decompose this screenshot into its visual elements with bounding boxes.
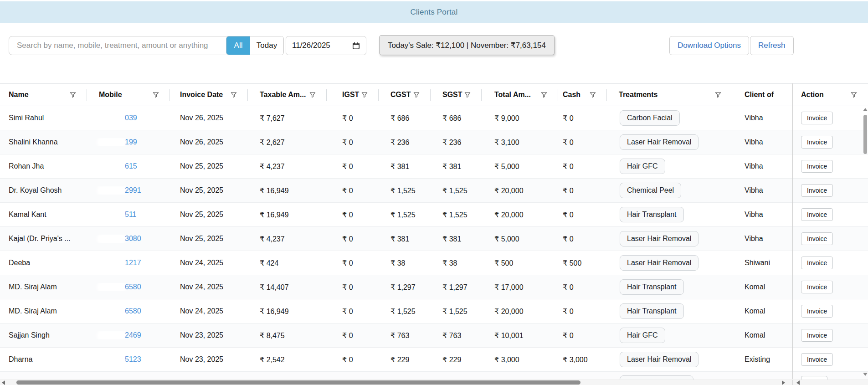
invoice-button[interactable]: Invoice <box>801 305 833 318</box>
cell-client-of: Komal <box>732 283 793 291</box>
cell-sgst: ₹ 763 <box>431 331 482 340</box>
cell-mobile: 199 <box>87 138 170 146</box>
cell-mobile: 5123 <box>87 355 170 364</box>
table-row: Kamal Kant511Nov 25, 2025₹ 16,949₹ 0₹ 1,… <box>0 203 868 227</box>
client-of: Vibha <box>745 162 763 170</box>
scroll-right-arrow-icon[interactable] <box>782 380 785 385</box>
cell-name: MD. Siraj Alam <box>0 307 87 315</box>
cell-igst: ₹ 0 <box>327 259 379 267</box>
date-value: 11/26/2025 <box>292 41 330 50</box>
date-picker[interactable]: 11/26/2025 <box>286 36 366 55</box>
filter-icon[interactable] <box>153 92 159 98</box>
cell-cash: ₹ 0 <box>558 210 607 219</box>
filter-icon[interactable] <box>851 92 857 98</box>
vertical-scrollbar-thumb[interactable] <box>863 115 867 154</box>
mobile-link[interactable]: 6580 <box>125 307 141 315</box>
taxable-amount: ₹ 7,627 <box>260 114 285 123</box>
invoice-button[interactable]: Invoice <box>801 257 833 269</box>
cell-sgst: ₹ 1,525 <box>431 307 482 316</box>
mobile-link[interactable]: 6580 <box>125 283 141 291</box>
cell-igst: ₹ 0 <box>327 162 379 171</box>
redacted-mobile-blur <box>99 115 124 122</box>
mobile-link[interactable]: 2991 <box>125 186 141 195</box>
sale-summary-text: Today's Sale: ₹12,100 | November: ₹7,63,… <box>388 41 546 50</box>
filter-icon[interactable] <box>464 92 471 98</box>
client-name: Rohan Jha <box>9 162 44 170</box>
scroll-down-arrow-icon[interactable] <box>863 373 868 376</box>
cell-action: Invoice <box>793 257 868 269</box>
cash-amount: ₹ 0 <box>563 186 574 195</box>
cell-total-amount: ₹ 20,000 <box>482 307 558 316</box>
cell-cash: ₹ 0 <box>558 331 607 340</box>
table-row: MD. Siraj Alam6580Nov 24, 2025₹ 16,949₹ … <box>0 299 868 323</box>
cell-mobile: 3080 <box>87 235 170 243</box>
mobile-link[interactable]: 3080 <box>125 235 141 243</box>
cell-sgst: ₹ 1,525 <box>431 186 482 195</box>
treatment-chip: Hair Transplant <box>620 207 684 222</box>
cell-invoice-date: Nov 24, 2025 <box>170 259 248 267</box>
invoice-button[interactable]: Invoice <box>801 136 833 149</box>
filter-icon[interactable] <box>715 92 721 98</box>
search-input[interactable] <box>9 36 252 55</box>
total-amount: ₹ 3,100 <box>494 138 519 147</box>
filter-all-button[interactable]: All <box>226 36 250 55</box>
filter-icon[interactable] <box>231 92 237 98</box>
scroll-left-arrow-icon[interactable] <box>2 380 5 385</box>
mobile-link[interactable]: 5123 <box>125 355 141 364</box>
column-header-sgst: SGST <box>431 84 482 106</box>
table-row: Deeba1217Nov 24, 2025₹ 424₹ 0₹ 38₹ 38₹ 5… <box>0 251 868 275</box>
filter-icon[interactable] <box>413 92 420 98</box>
invoice-button[interactable]: Invoice <box>801 112 833 124</box>
cash-amount: ₹ 0 <box>563 283 574 292</box>
cell-treatments: Hair Transplant <box>607 207 732 222</box>
taxable-amount: ₹ 16,949 <box>260 210 289 219</box>
mobile-link[interactable]: 199 <box>125 138 137 146</box>
cell-action: Invoice <box>793 281 868 293</box>
column-header-mobile: Mobile <box>87 84 170 106</box>
refresh-button[interactable]: Refresh <box>750 36 794 55</box>
mobile-link[interactable]: 2469 <box>125 331 141 339</box>
client-of: Komal <box>745 283 765 291</box>
invoice-button[interactable]: Invoice <box>801 208 833 221</box>
filter-icon[interactable] <box>361 92 368 98</box>
invoice-button[interactable]: Invoice <box>801 232 833 245</box>
invoice-button[interactable]: Invoice <box>801 160 833 173</box>
table-row: Rohan Jha615Nov 25, 2025₹ 4,237₹ 0₹ 381₹… <box>0 154 868 179</box>
frozen-pane-scroll-left-arrow-icon[interactable] <box>796 380 800 385</box>
cell-invoice-date: Nov 25, 2025 <box>170 162 248 170</box>
cgst-amount: ₹ 229 <box>390 355 409 364</box>
cell-treatments: Laser Hair Removal <box>607 352 732 367</box>
horizontal-scrollbar-thumb[interactable] <box>16 380 580 385</box>
cell-igst: ₹ 0 <box>327 331 379 340</box>
invoice-date: Nov 23, 2025 <box>180 355 223 364</box>
cell-client-of: Existing <box>732 355 793 364</box>
download-options-button[interactable]: Download Options <box>669 36 749 55</box>
clients-portal-app: Clients Portal All Today 11/26/2025 Toda… <box>0 0 868 385</box>
client-name: Dr. Koyal Ghosh <box>9 186 62 195</box>
cell-total-amount: ₹ 20,000 <box>482 210 558 219</box>
calendar-icon[interactable] <box>352 42 360 50</box>
invoice-button[interactable]: Invoice <box>801 281 833 293</box>
taxable-amount: ₹ 16,949 <box>260 186 289 195</box>
mobile-link[interactable]: 615 <box>125 162 137 170</box>
cell-treatments: Laser Hair Removal <box>607 231 732 246</box>
client-name: Simi Rahul <box>9 114 44 122</box>
cell-igst: ₹ 0 <box>327 138 379 147</box>
cell-action: Invoice <box>793 232 868 245</box>
scroll-up-arrow-icon[interactable] <box>863 108 868 111</box>
filter-icon[interactable] <box>590 92 596 98</box>
invoice-button[interactable] <box>801 376 827 380</box>
invoice-button[interactable]: Invoice <box>801 329 833 342</box>
filter-icon[interactable] <box>309 92 316 98</box>
filter-today-button[interactable]: Today <box>250 36 283 55</box>
table-row: Dharna5123Nov 23, 2025₹ 2,542₹ 0₹ 229₹ 2… <box>0 348 868 372</box>
mobile-link[interactable]: 1217 <box>125 259 141 267</box>
filter-icon[interactable] <box>541 92 547 98</box>
invoice-button[interactable]: Invoice <box>801 353 833 366</box>
filter-icon[interactable] <box>70 92 76 98</box>
mobile-link[interactable]: 511 <box>125 210 137 219</box>
invoice-button[interactable]: Invoice <box>801 184 833 197</box>
cell-cash: ₹ 0 <box>558 235 607 243</box>
mobile-link[interactable]: 039 <box>125 114 137 122</box>
cgst-amount: ₹ 686 <box>390 114 409 123</box>
